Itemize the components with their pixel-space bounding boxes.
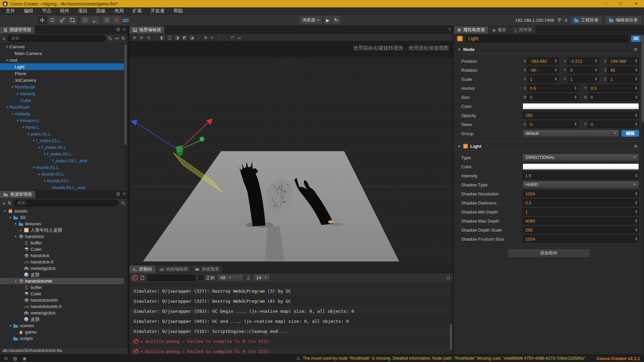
stepper-icon[interactable] [594,76,598,81]
stepper-icon[interactable] [634,218,638,223]
log-level-dropdown[interactable]: All▼ [217,274,244,282]
stepper-icon[interactable] [634,122,638,127]
asset-item[interactable]: Cube [0,246,124,252]
tree-node[interactable]: ▾metarig [0,110,124,117]
tree-node[interactable]: thumb.03.L_end [0,184,124,190]
gear-icon[interactable]: ⚙ [634,47,638,52]
light-enabled-checkbox[interactable]: ✓ [463,144,468,148]
tree-node[interactable]: Main Camera [0,50,124,57]
expand-arrow-icon[interactable]: ▾ [5,58,9,62]
zoom-reset-icon[interactable]: ⊙ [147,35,150,40]
step-up-icon[interactable] [635,96,637,97]
tab-属性检查器[interactable]: ⚙属性检查器 [454,26,488,34]
menu-item-面板[interactable]: 面板 [92,7,110,15]
tree-node[interactable]: ▾f_index.01.L [0,137,124,144]
tree-node[interactable]: ▾RootNode [0,104,124,110]
step-down-icon[interactable] [575,88,577,90]
tree-node[interactable]: Plane [0,70,124,77]
number-field[interactable]: 0 [527,94,579,101]
stepper-icon[interactable] [554,58,558,63]
clear-console-icon[interactable] [132,275,138,281]
regex-checkbox[interactable] [198,275,203,280]
step-up-icon[interactable] [635,210,637,212]
asset-item[interactable]: ▾3D [0,214,124,221]
menu-item-帮助[interactable]: 帮助 [169,7,187,15]
expand-arrow-icon[interactable]: ▾ [32,139,36,142]
stepper-icon[interactable] [634,95,638,100]
collapse-icon[interactable]: ⊔ [238,35,241,40]
step-down-icon[interactable] [575,98,577,99]
eye-icon[interactable]: ◉ [22,356,26,361]
pivot-center-button[interactable] [80,16,90,24]
expand-arrow-icon[interactable]: ▾ [15,119,20,122]
align-center-icon[interactable]: ◫ [168,35,171,40]
stepper-icon[interactable] [634,200,638,205]
panel-copy-icon[interactable]: ▤ [116,191,120,196]
scene-viewport[interactable]: 使用鼠标右键旋转视角，使用滚轮缩放视图 [129,41,453,265]
log-row[interactable]: ▶builtin-phong : Failed to compile fs 0 … [129,347,453,354]
step-down-icon[interactable] [595,79,597,81]
tab-assets[interactable]: 资源管理器 [0,191,35,198]
step-down-icon[interactable] [635,125,637,126]
step-down-icon[interactable] [555,61,557,63]
asset-item[interactable]: 皮肤 [0,316,124,322]
number-field[interactable]: 0 [588,121,639,128]
close-button[interactable]: ✕ [629,0,644,7]
editor-dir-button[interactable]: 编辑器目录 [605,16,641,24]
hierarchy-search-input[interactable]: 搜索... [8,35,106,42]
align-bottom-icon[interactable]: ◪ [190,35,194,40]
step-down-icon[interactable] [595,61,597,63]
menu-item-组件[interactable]: 组件 [56,7,74,15]
tab-游戏预览[interactable]: 游戏预览 [192,265,222,273]
stepper-icon[interactable] [634,85,638,90]
stepper-icon[interactable] [594,67,598,72]
step-up-icon[interactable] [635,174,637,175]
asset-item[interactable]: handclickshiti-0 [0,303,124,310]
number-field[interactable]: 1 [527,75,559,82]
tree-node[interactable]: ▾root [0,57,124,63]
number-field[interactable]: 255 [523,112,639,119]
align-left-icon[interactable]: ◧ [160,35,164,40]
step-up-icon[interactable] [635,201,637,202]
number-field[interactable]: 45 [607,66,639,73]
distribute-v-icon[interactable]: ≡ [211,35,213,40]
step-up-icon[interactable] [595,77,597,79]
number-field[interactable]: 0.5 [527,84,579,92]
tree-node[interactable]: ▸metarig [0,90,124,97]
expand-arrow-icon[interactable]: ▾ [13,279,18,283]
stepper-icon[interactable] [634,76,638,81]
tree-node[interactable]: Cube [0,97,124,104]
expand-arrow-icon[interactable]: ▾ [13,235,18,238]
step-up-icon[interactable] [555,77,557,79]
menu-item-扩展[interactable]: 扩展 [128,7,146,15]
stepper-icon[interactable] [634,236,638,241]
panel-menu-icon[interactable]: ≡ [448,27,451,32]
tree-node[interactable]: f_index.03.L_end [0,157,124,164]
distribute-grid-icon[interactable]: ⋮ [217,35,221,40]
expand-arrow-icon[interactable]: ▾ [5,45,9,49]
toggle-console-icon[interactable]: ⊡ [4,356,8,361]
asset-item[interactable]: game [0,329,124,335]
link-icon[interactable] [115,36,119,41]
gear-icon[interactable]: ⚙ [634,144,638,149]
search-icon[interactable] [108,36,112,41]
expand-arrow-icon[interactable]: ▾ [10,112,15,116]
expand-arrow-icon[interactable]: ▾ [37,145,42,149]
stepper-icon[interactable] [574,85,578,90]
step-up-icon[interactable] [575,96,577,97]
asset-item[interactable]: Cube [0,291,124,297]
step-up-icon[interactable] [635,114,637,115]
mode-3d-toggle[interactable]: 3D [122,17,129,23]
tab-hierarchy[interactable]: 层级管理器 [0,26,35,34]
stepper-icon[interactable] [634,67,638,72]
asset-item[interactable]: scripts [0,335,124,342]
group-dropdown[interactable]: default▼ [523,130,619,137]
asset-item[interactable]: handclick [0,252,124,259]
tree-node[interactable]: ▾f_index.03.L [0,150,124,157]
distribute-h-icon[interactable]: ≣ [204,35,207,40]
menu-item-文件[interactable]: 文件 [1,7,19,15]
tree-node[interactable]: ▾forearm.L [0,117,124,124]
tree-node[interactable]: ▾thumb.03.L [0,177,124,184]
stepper-icon[interactable] [634,58,638,63]
asset-item[interactable]: handclickshiti [0,297,124,303]
